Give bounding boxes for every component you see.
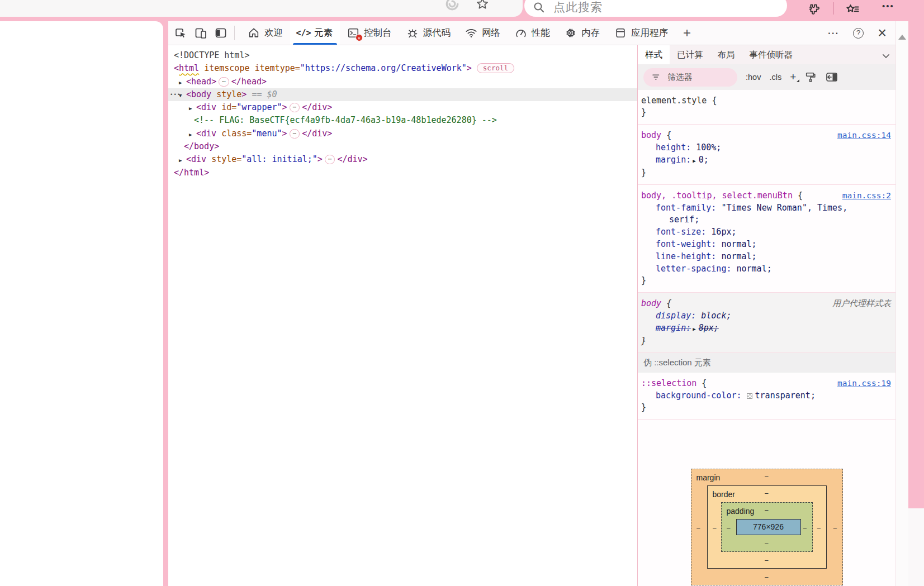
rendering-brush-icon[interactable]	[804, 71, 817, 83]
dom-node[interactable]: <!DOCTYPE html>	[168, 49, 637, 62]
css-property[interactable]: display: block;	[641, 310, 849, 322]
margin-left-value[interactable]: −	[696, 522, 701, 534]
dom-node[interactable]: </html>	[168, 166, 637, 179]
dom-node[interactable]: <!-- FLAG: BaseCTF{ecf4a9fb-4da7-46a3-b1…	[168, 114, 637, 127]
border-left-value[interactable]: −	[713, 522, 717, 534]
devtools-tab-welcome[interactable]: 欢迎	[240, 21, 290, 45]
new-style-rule-button[interactable]: +	[790, 71, 796, 83]
dock-elements-icon[interactable]	[825, 70, 838, 84]
dom-node[interactable]: ▶<div style="all: initial;">⋯</div>	[168, 153, 637, 166]
pseudo-element-section-header: 伪 ::selection 元素	[638, 353, 895, 373]
stylesheet-link[interactable]: main.css:14	[837, 130, 891, 141]
device-emulation-icon[interactable]	[193, 26, 208, 41]
box-model-margin[interactable]: margin − − − − border − − − −	[691, 469, 843, 585]
stylesheet-link[interactable]: main.css:19	[837, 378, 891, 389]
padding-right-value[interactable]: −	[803, 522, 807, 534]
devtools-tab-network[interactable]: 网络	[458, 21, 508, 45]
web-page-viewport[interactable]	[0, 21, 163, 586]
refresh-swirl-icon[interactable]	[445, 0, 459, 11]
css-rule[interactable]: 用户代理样式表body {display: block;margin:▶8px;…	[638, 293, 895, 353]
dom-node[interactable]: <html itemscope itemtype="https://schema…	[168, 62, 637, 75]
expand-arrow-icon[interactable]: ▶	[179, 154, 186, 167]
home-icon	[248, 27, 260, 39]
margin-bottom-value[interactable]: −	[765, 571, 769, 583]
css-property[interactable]: font-weight: normal;	[641, 239, 849, 250]
toggle-hover-state-button[interactable]: :hov	[746, 73, 761, 82]
styles-scrollbar[interactable]	[895, 21, 908, 586]
styles-tab[interactable]: 样式	[638, 45, 670, 64]
scroll-badge[interactable]: scroll	[477, 63, 514, 73]
styles-tab[interactable]: 事件侦听器	[742, 45, 800, 64]
margin-right-value[interactable]: −	[833, 522, 837, 534]
devtools-more-icon[interactable]: ⋯	[827, 26, 839, 40]
devtools-close-icon[interactable]: ×	[878, 27, 887, 39]
expand-arrow-icon[interactable]: ▶	[179, 77, 186, 89]
styles-tab[interactable]: 已计算	[670, 45, 710, 64]
devtools-tab-performance[interactable]: 性能	[508, 21, 557, 45]
expand-shorthand-icon[interactable]: ▶	[693, 158, 695, 164]
devtools-tab-elements[interactable]: </>元素	[290, 21, 340, 45]
color-swatch-transparent[interactable]	[747, 393, 752, 399]
expand-shorthand-icon[interactable]: ▶	[693, 326, 695, 332]
expand-inline-ellipsis[interactable]: ⋯	[290, 129, 300, 139]
border-top-value[interactable]: −	[765, 488, 769, 499]
extensions-puzzle-icon[interactable]	[805, 2, 819, 16]
dom-node[interactable]: ▶<div class="menu">⋯</div>	[168, 127, 637, 140]
toggle-class-button[interactable]: .cls	[769, 73, 781, 82]
style-filter-input[interactable]: 筛选器	[643, 68, 737, 87]
css-property[interactable]: font-family: "Times New Roman", Times, s…	[641, 202, 849, 226]
styles-tab[interactable]: 布局	[710, 45, 742, 64]
dom-node[interactable]: ▶<head>⋯</head>	[168, 75, 637, 88]
expand-arrow-icon[interactable]: ▶	[189, 102, 196, 115]
inspect-element-icon[interactable]	[173, 26, 188, 41]
property-value: transparent;	[755, 390, 816, 401]
devtools-tab-sources[interactable]: 源代码	[399, 21, 458, 45]
css-property[interactable]: height: 100%;	[641, 142, 849, 154]
favorite-star-icon[interactable]	[475, 0, 490, 11]
collections-icon[interactable]	[845, 2, 860, 17]
address-bar[interactable]	[0, 0, 523, 17]
css-rule[interactable]: main.css:2body, .tooltip, select.menuBtn…	[638, 185, 895, 293]
padding-left-value[interactable]: −	[727, 522, 731, 534]
css-rule[interactable]: main.css:19::selection {background-color…	[638, 373, 895, 420]
network-icon	[465, 27, 477, 39]
devtools-tab-memory[interactable]: 内存	[557, 21, 607, 45]
more-tabs-button[interactable]: +	[675, 25, 699, 41]
box-model-padding[interactable]: padding − − − − 776×926	[721, 502, 813, 552]
css-property[interactable]: letter-spacing: normal;	[641, 263, 849, 275]
code-token: >	[318, 154, 323, 164]
css-property[interactable]: margin:▶8px;	[641, 322, 849, 335]
css-property[interactable]: font-size: 16px;	[641, 226, 849, 238]
expand-inline-ellipsis[interactable]: ⋯	[290, 103, 300, 112]
css-property[interactable]: background-color: transparent;	[641, 390, 849, 402]
browser-more-icon[interactable]: •••	[882, 1, 894, 11]
box-model-border[interactable]: border − − − − padding − − −	[707, 485, 827, 569]
devtools-tab-application[interactable]: 应用程序	[607, 21, 675, 45]
css-rule[interactable]: main.css:14body {height: 100%;margin:▶0;…	[638, 125, 895, 185]
node-options-dots-icon[interactable]: •••	[170, 88, 181, 101]
box-model-diagram[interactable]: margin − − − − border − − − −	[691, 469, 843, 585]
chevron-down-icon[interactable]	[881, 51, 891, 61]
devtools-tab-console[interactable]: ✕控制台	[340, 21, 399, 45]
expand-inline-ellipsis[interactable]: ⋯	[219, 77, 229, 87]
dom-node[interactable]: </body>	[168, 140, 637, 153]
padding-top-value[interactable]: −	[765, 504, 769, 516]
border-bottom-value[interactable]: −	[765, 555, 769, 566]
dom-node[interactable]: ▶<div id="wrapper">⋯</div>	[168, 101, 637, 114]
padding-bottom-value[interactable]: −	[765, 538, 769, 550]
rule-close-brace: }	[641, 107, 891, 118]
dock-side-icon[interactable]	[213, 26, 228, 41]
expand-arrow-icon[interactable]: ▶	[189, 128, 196, 141]
margin-top-value[interactable]: −	[765, 471, 769, 483]
dom-node-selected[interactable]: •••▼<body style> == $0	[168, 88, 637, 101]
css-rule[interactable]: element.style {}	[638, 90, 895, 125]
search-box[interactable]: 点此搜索	[524, 0, 787, 17]
devtools-help-icon[interactable]: ?	[853, 28, 864, 39]
expand-inline-ellipsis[interactable]: ⋯	[325, 155, 335, 164]
border-right-value[interactable]: −	[817, 522, 821, 534]
box-model-content-size[interactable]: 776×926	[736, 519, 801, 535]
scroll-up-arrow-icon[interactable]	[898, 35, 906, 40]
css-property[interactable]: margin:▶0;	[641, 154, 849, 167]
stylesheet-link[interactable]: main.css:2	[842, 190, 891, 202]
css-property[interactable]: line-height: normal;	[641, 251, 849, 263]
